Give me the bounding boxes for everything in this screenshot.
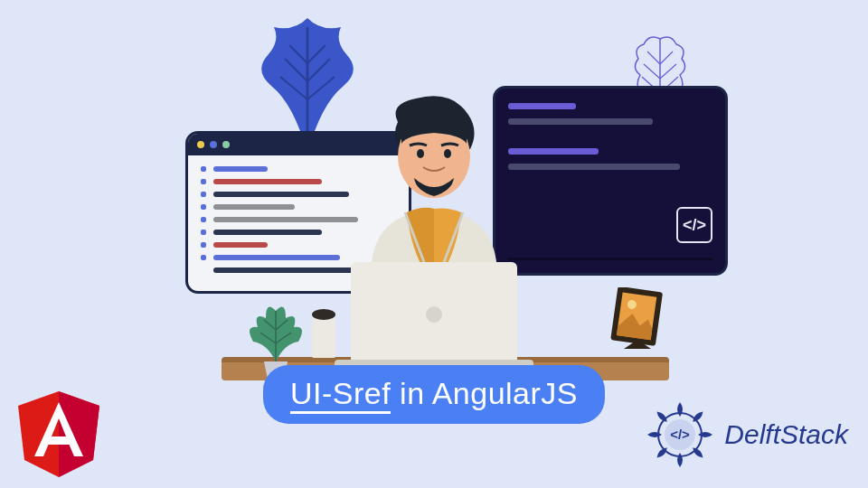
svg-point-3 bbox=[426, 306, 442, 323]
window-dot-icon bbox=[197, 141, 204, 148]
brand-logo: </> DelftStack bbox=[643, 398, 848, 472]
window-dot-icon bbox=[210, 141, 217, 148]
photo-frame-illustration bbox=[606, 287, 669, 360]
title-rest: in AngularJS bbox=[391, 376, 578, 410]
svg-text:</>: </> bbox=[670, 427, 690, 442]
angular-logo-icon bbox=[18, 391, 99, 477]
title-keyword: UI-Sref bbox=[290, 376, 391, 414]
brand-mandala-icon: </> bbox=[643, 398, 717, 472]
laptop-illustration bbox=[335, 262, 533, 380]
article-title: UI-Sref in AngularJS bbox=[263, 365, 605, 424]
brand-name: DelftStack bbox=[724, 419, 848, 450]
svg-point-2 bbox=[444, 149, 451, 158]
svg-point-1 bbox=[417, 149, 424, 158]
code-brackets-icon: </> bbox=[676, 207, 712, 243]
window-dot-icon bbox=[222, 141, 230, 148]
